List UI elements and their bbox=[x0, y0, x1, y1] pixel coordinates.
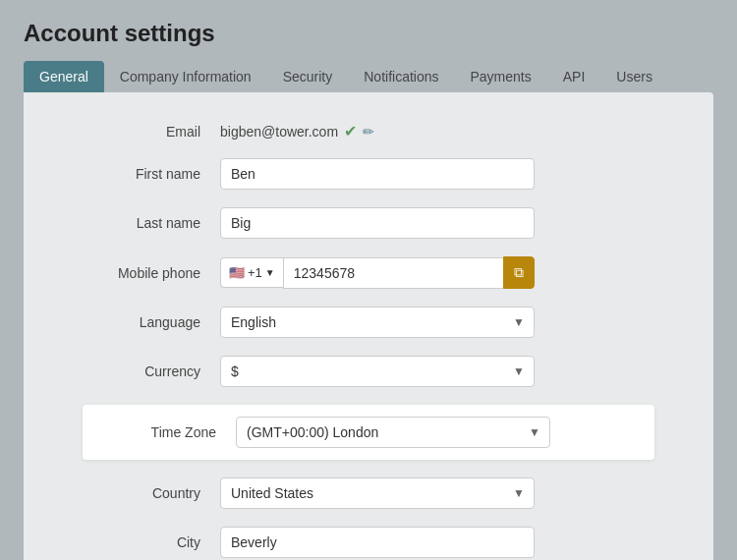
email-verified-icon: ✔ bbox=[344, 122, 357, 140]
tab-users[interactable]: Users bbox=[600, 61, 668, 92]
first-name-input[interactable] bbox=[220, 158, 535, 190]
tabs-bar: General Company Information Security Not… bbox=[24, 61, 713, 92]
copy-icon: ⧉ bbox=[514, 264, 524, 281]
currency-label: Currency bbox=[83, 364, 220, 379]
phone-country-select[interactable]: 🇺🇸 +1 ▼ bbox=[220, 257, 283, 288]
email-value: bigben@tower.com bbox=[220, 124, 338, 140]
phone-wrapper: 🇺🇸 +1 ▼ ⧉ bbox=[220, 256, 535, 289]
phone-dropdown-arrow: ▼ bbox=[265, 267, 275, 278]
last-name-label: Last name bbox=[83, 215, 220, 231]
country-select-wrapper: United States ▼ bbox=[220, 477, 535, 509]
last-name-input[interactable] bbox=[220, 207, 535, 239]
tab-api[interactable]: API bbox=[547, 61, 601, 92]
tab-payments[interactable]: Payments bbox=[455, 61, 547, 92]
language-select[interactable]: English bbox=[220, 307, 535, 338]
tab-notifications[interactable]: Notifications bbox=[348, 61, 454, 92]
tab-company[interactable]: Company Information bbox=[104, 61, 267, 92]
language-select-wrapper: English ▼ bbox=[220, 307, 535, 338]
timezone-select[interactable]: (GMT+00:00) London bbox=[236, 417, 550, 448]
language-row: Language English ▼ bbox=[83, 307, 654, 338]
mobile-phone-label: Mobile phone bbox=[83, 265, 220, 281]
timezone-label: Time Zone bbox=[98, 424, 236, 440]
currency-row: Currency $ ▼ bbox=[83, 356, 654, 387]
email-edit-icon[interactable]: ✏ bbox=[363, 124, 374, 140]
city-row: City bbox=[83, 527, 654, 558]
timezone-row: Time Zone (GMT+00:00) London ▼ bbox=[83, 405, 654, 460]
first-name-label: First name bbox=[83, 166, 220, 182]
page-wrapper: Account settings General Company Informa… bbox=[0, 0, 737, 560]
country-select[interactable]: United States bbox=[220, 477, 535, 509]
content-area: Email bigben@tower.com ✔ ✏ First name La… bbox=[24, 92, 713, 560]
city-label: City bbox=[83, 534, 220, 550]
language-label: Language bbox=[83, 314, 220, 330]
timezone-select-wrapper: (GMT+00:00) London ▼ bbox=[236, 417, 550, 448]
tab-general[interactable]: General bbox=[24, 61, 104, 92]
last-name-row: Last name bbox=[83, 207, 654, 239]
page-title: Account settings bbox=[24, 20, 713, 47]
email-row: Email bigben@tower.com ✔ ✏ bbox=[83, 122, 654, 140]
country-row: Country United States ▼ bbox=[83, 477, 654, 509]
city-input[interactable] bbox=[220, 527, 535, 558]
currency-select-wrapper: $ ▼ bbox=[220, 356, 535, 387]
currency-select[interactable]: $ bbox=[220, 356, 535, 387]
email-value-group: bigben@tower.com ✔ ✏ bbox=[220, 122, 374, 140]
first-name-row: First name bbox=[83, 158, 654, 190]
phone-code: +1 bbox=[248, 265, 262, 280]
tab-security[interactable]: Security bbox=[267, 61, 349, 92]
country-label: Country bbox=[83, 485, 220, 501]
phone-number-input[interactable] bbox=[283, 257, 503, 289]
email-label: Email bbox=[83, 124, 220, 140]
flag-icon: 🇺🇸 bbox=[229, 265, 245, 280]
mobile-phone-row: Mobile phone 🇺🇸 +1 ▼ ⧉ bbox=[83, 256, 654, 289]
phone-copy-button[interactable]: ⧉ bbox=[503, 256, 535, 289]
